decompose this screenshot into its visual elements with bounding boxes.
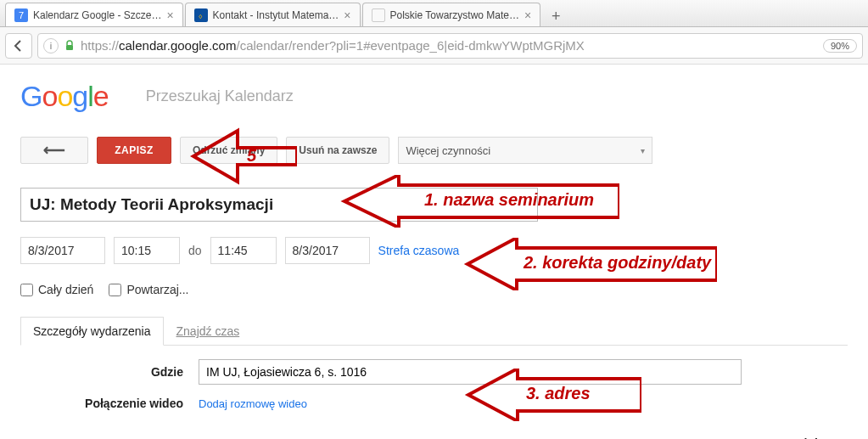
browser-tab-bar: 7 Kalendarz Google - Szcze… × ⬨ Kontakt … [0,0,868,27]
tab-find-time[interactable]: Znajdź czas [164,317,253,345]
url-text: https://calendar.google.com/calendar/ren… [81,38,585,53]
page-header: Google [20,80,848,113]
end-time-input[interactable] [210,237,277,264]
repeat-checkbox-label[interactable]: Powtarzaj... [109,283,188,296]
tab-title: Kalendarz Google - Szcze… [33,9,161,21]
browser-tab[interactable]: Polskie Towarzystwo Mate… × [362,3,541,26]
dropdown-label: Więcej czynności [406,144,490,157]
end-date-input[interactable] [285,237,370,264]
browser-tab-active[interactable]: 7 Kalendarz Google - Szcze… × [5,3,183,26]
annotation-label-3: 3. adres [526,384,591,403]
check-row: Cały dzień Powtarzaj... [20,283,848,296]
calendar-favicon-icon: 7 [14,8,28,22]
video-label: Połączenie wideo [20,397,199,410]
all-day-checkbox[interactable] [20,284,33,296]
delete-forever-button[interactable]: Usuń na zawsze [286,137,389,164]
annotation-label-5: 5 [247,146,256,166]
tab-title: Polskie Towarzystwo Mate… [390,9,520,21]
svg-rect-0 [66,45,73,50]
tab-details[interactable]: Szczegóły wydarzenia [20,317,164,346]
annotation-label-1: 1. nazwa seminarium [424,190,594,210]
more-actions-dropdown[interactable]: Więcej czynności ▾ [398,137,652,164]
blank-favicon-icon [372,8,385,22]
annotation-arrow-5 [187,122,297,190]
back-to-calendar-button[interactable]: ⟵ [20,137,88,164]
tab-title: Kontakt - Instytut Matema… [213,9,339,21]
where-label: Gdzie [20,365,199,379]
back-button[interactable] [5,33,32,59]
repeat-checkbox[interactable] [109,284,121,296]
zoom-badge[interactable]: 90% [823,39,857,53]
chevron-down-icon: ▾ [641,146,645,155]
search-input[interactable] [143,82,848,111]
identity-icon: i [43,38,59,53]
arrow-left-icon [12,39,25,53]
start-time-input[interactable] [114,237,180,264]
url-bar[interactable]: i https://calendar.google.com/calendar/r… [37,33,863,59]
close-icon[interactable]: × [524,9,531,21]
close-icon[interactable]: × [166,9,173,21]
time-row: do Strefa czasowa [20,237,848,264]
lock-icon [64,40,76,52]
action-bar: ⟵ ZAPISZ Odrzuć zmiany Usuń na zawsze Wi… [20,137,848,164]
video-row: Połączenie wideo Dodaj rozmowę wideo [20,397,848,410]
to-label: do [188,244,202,257]
close-icon[interactable]: × [344,9,350,21]
browser-tab[interactable]: ⬨ Kontakt - Instytut Matema… × [185,3,361,26]
annotation-label-2: 2. korekta godziny/daty [524,253,711,273]
new-tab-button[interactable]: + [546,6,566,26]
tabs-row: Szczegóły wydarzenia Znajdź czas [20,317,848,346]
save-button[interactable]: ZAPISZ [97,137,171,164]
add-video-call-link[interactable]: Dodaj rozmowę wideo [199,397,307,410]
browser-nav-bar: i https://calendar.google.com/calendar/r… [0,27,868,65]
start-date-input[interactable] [20,237,105,264]
google-logo: Google [20,80,109,113]
all-day-checkbox-label[interactable]: Cały dzień [20,283,93,296]
page-content: Google ⟵ ZAPISZ Odrzuć zmiany Usuń na za… [0,65,868,425]
timezone-link[interactable]: Strefa czasowa [378,244,460,257]
where-row: Gdzie [20,359,848,385]
shield-favicon-icon: ⬨ [194,8,208,22]
